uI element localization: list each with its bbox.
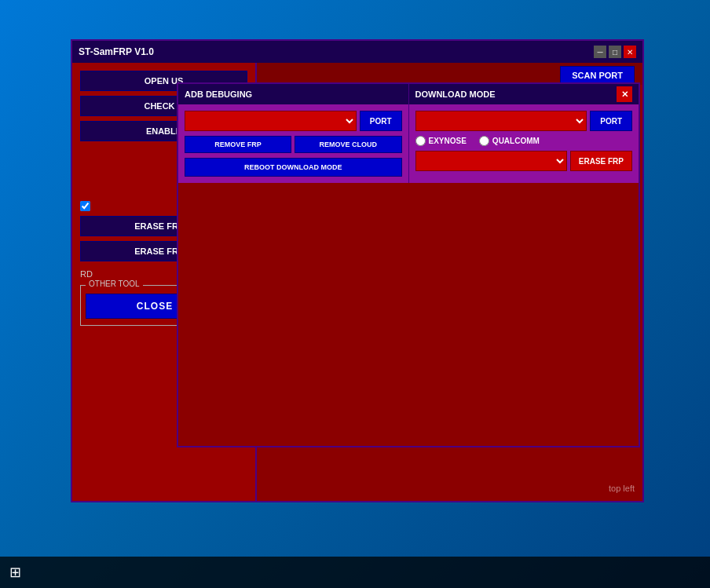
other-tool-label: OTHER TOOL	[86, 279, 143, 288]
erase-frp-select[interactable]	[415, 151, 567, 171]
download-panel: PORT EXYNOSE QUALCOMM ERASE FRP	[409, 104, 639, 183]
adb-port-button[interactable]: PORT	[360, 111, 402, 131]
download-title: DOWNLOAD MODE ✕	[409, 84, 639, 104]
overlay-close-button[interactable]: ✕	[617, 86, 632, 102]
bottom-text: top left	[609, 484, 635, 493]
dialog-red-area	[178, 183, 639, 446]
close-btn[interactable]: ✕	[624, 46, 636, 58]
main-titlebar: ST-SamFRP V1.0 ─ □ ✕	[72, 41, 642, 63]
overlay-content: PORT REMOVE FRP REMOVE CLOUD REBOOT DOWN…	[178, 104, 639, 183]
qualcomm-radio-label[interactable]: QUALCOMM	[479, 136, 540, 146]
overlay-dialog: ADB DEBUGING DOWNLOAD MODE ✕ PORT REMOVE…	[177, 82, 640, 447]
adb-panel: PORT REMOVE FRP REMOVE CLOUD REBOOT DOWN…	[178, 104, 409, 183]
download-port-button[interactable]: PORT	[590, 111, 632, 131]
minimize-btn[interactable]: ─	[594, 46, 606, 58]
taskbar: ⊞	[0, 557, 710, 588]
maximize-btn[interactable]: □	[609, 46, 621, 58]
radio-row: EXYNOSE QUALCOMM	[415, 136, 633, 146]
adb-title: ADB DEBUGING	[178, 84, 409, 104]
remove-cloud-button[interactable]: REMOVE CLOUD	[295, 136, 401, 153]
overlay-titlebar: ADB DEBUGING DOWNLOAD MODE ✕	[178, 84, 639, 104]
qualcomm-radio[interactable]	[479, 136, 489, 146]
exynose-radio[interactable]	[415, 136, 426, 146]
adb-port-select[interactable]	[185, 111, 357, 131]
frp-checkbox[interactable]	[80, 201, 90, 211]
main-title: ST-SamFRP V1.0	[79, 46, 154, 57]
start-button[interactable]: ⊞	[0, 557, 31, 588]
download-port-select[interactable]	[415, 111, 587, 131]
remove-frp-button[interactable]: REMOVE FRP	[185, 136, 291, 153]
erase-frp-button[interactable]: ERASE FRP	[570, 151, 632, 171]
reboot-download-button[interactable]: REBOOT DOWNLOAD MODE	[185, 158, 402, 177]
exynose-radio-label[interactable]: EXYNOSE	[415, 136, 467, 146]
